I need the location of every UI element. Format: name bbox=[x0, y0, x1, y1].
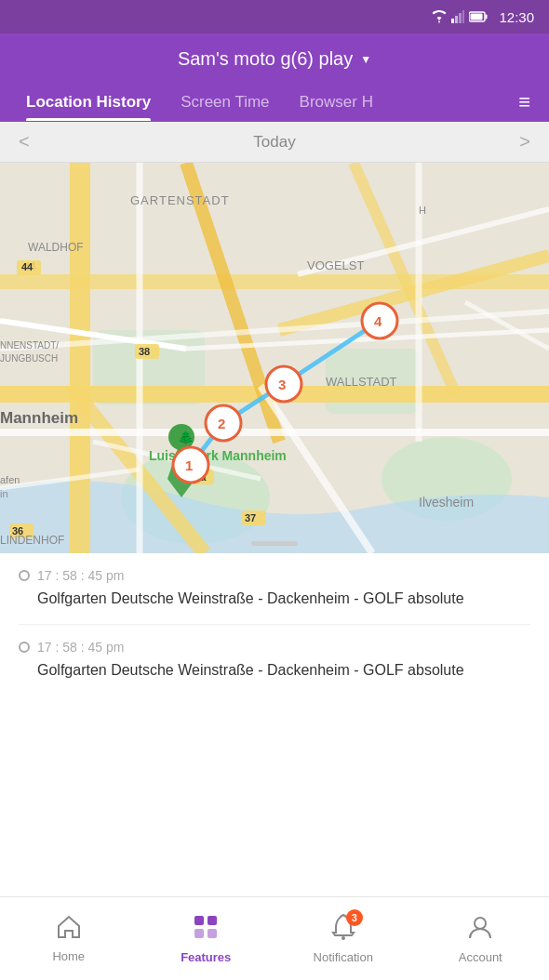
next-date-button[interactable]: > bbox=[519, 131, 530, 152]
svg-text:WALDHOF: WALDHOF bbox=[28, 241, 84, 254]
tab-bar: Location History Screen Time Browser H ≡ bbox=[0, 83, 549, 122]
current-date: Today bbox=[253, 133, 295, 152]
menu-icon[interactable]: ≡ bbox=[511, 83, 538, 122]
svg-text:NNENSTADT/: NNENSTADT/ bbox=[0, 340, 59, 351]
tab-browser-history[interactable]: Browser H bbox=[285, 84, 388, 121]
entry-name-1: Golfgarten Deutsche Weinstraße - Dackenh… bbox=[19, 589, 530, 609]
account-label: Account bbox=[459, 950, 502, 964]
home-label: Home bbox=[52, 949, 85, 963]
svg-text:GARTENSTADT: GARTENSTADT bbox=[130, 193, 230, 207]
notification-label: Notification bbox=[314, 950, 373, 964]
svg-text:44: 44 bbox=[21, 261, 33, 272]
time-dot-1 bbox=[19, 570, 30, 581]
account-icon bbox=[467, 914, 493, 947]
signal-icon bbox=[451, 10, 464, 23]
svg-text:in: in bbox=[0, 488, 8, 499]
nav-item-notification[interactable]: 3 Notification bbox=[274, 907, 412, 972]
svg-text:Luisenpark Mannheim: Luisenpark Mannheim bbox=[149, 448, 287, 463]
svg-text:Ilvesheim: Ilvesheim bbox=[419, 495, 474, 510]
notification-badge: 3 bbox=[346, 909, 363, 926]
prev-date-button[interactable]: < bbox=[19, 131, 30, 152]
svg-text:4: 4 bbox=[374, 313, 382, 329]
features-icon bbox=[193, 914, 219, 947]
svg-text:Mannheim: Mannheim bbox=[0, 409, 78, 427]
svg-point-69 bbox=[341, 936, 345, 940]
list-item: 17 : 58 : 45 pm Golfgarten Deutsche Wein… bbox=[19, 553, 530, 625]
status-icons bbox=[432, 10, 488, 23]
features-label: Features bbox=[181, 950, 231, 964]
battery-icon bbox=[469, 11, 488, 22]
entry-time-2: 17 : 58 : 45 pm bbox=[19, 640, 530, 655]
entry-name-2: Golfgarten Deutsche Weinstraße - Dackenh… bbox=[19, 660, 530, 681]
tab-screen-time[interactable]: Screen Time bbox=[166, 84, 284, 121]
svg-text:38: 38 bbox=[139, 346, 150, 357]
svg-rect-5 bbox=[486, 15, 488, 20]
nav-item-home[interactable]: Home bbox=[0, 907, 138, 971]
tab-location-history[interactable]: Location History bbox=[11, 84, 166, 121]
time-dot-2 bbox=[19, 642, 30, 653]
svg-rect-2 bbox=[459, 13, 462, 23]
svg-rect-1 bbox=[455, 16, 458, 23]
svg-rect-65 bbox=[194, 916, 204, 925]
svg-text:afen: afen bbox=[0, 474, 20, 485]
svg-rect-66 bbox=[208, 916, 217, 925]
svg-rect-0 bbox=[451, 19, 454, 23]
bottom-navigation: Home Features 3 Notification bbox=[0, 896, 549, 980]
home-icon bbox=[56, 915, 82, 946]
svg-point-70 bbox=[475, 918, 486, 929]
nav-item-features[interactable]: Features bbox=[138, 907, 275, 972]
map-drag-handle[interactable] bbox=[251, 541, 298, 546]
svg-text:JUNGBUSCH: JUNGBUSCH bbox=[0, 353, 58, 364]
svg-rect-6 bbox=[471, 14, 483, 20]
list-item: 17 : 58 : 45 pm Golfgarten Deutsche Wein… bbox=[19, 625, 530, 695]
svg-rect-67 bbox=[194, 929, 204, 938]
device-name-bar[interactable]: Sam's moto g(6) play ▼ bbox=[0, 43, 549, 83]
svg-text:VOGELST: VOGELST bbox=[307, 258, 364, 272]
svg-rect-3 bbox=[462, 10, 464, 23]
device-dropdown-icon[interactable]: ▼ bbox=[360, 53, 371, 66]
svg-text:WALLSTADT: WALLSTADT bbox=[326, 375, 397, 389]
svg-text:3: 3 bbox=[278, 377, 286, 392]
status-time: 12:30 bbox=[499, 9, 534, 25]
svg-rect-68 bbox=[208, 929, 217, 938]
location-entries: 17 : 58 : 45 pm Golfgarten Deutsche Wein… bbox=[0, 553, 549, 696]
svg-rect-12 bbox=[70, 163, 90, 553]
svg-text:LINDENHOF: LINDENHOF bbox=[0, 534, 64, 547]
status-bar: 12:30 bbox=[0, 0, 549, 33]
svg-text:2: 2 bbox=[218, 416, 225, 431]
entry-time-1: 17 : 58 : 45 pm bbox=[19, 568, 530, 583]
wifi-icon bbox=[432, 10, 447, 23]
svg-text:🌲: 🌲 bbox=[178, 430, 194, 445]
map-container[interactable]: 44 44 38 37 36 38a GARTENSTADT WALDHOF N… bbox=[0, 163, 549, 553]
svg-text:37: 37 bbox=[245, 512, 256, 523]
svg-text:1: 1 bbox=[185, 457, 193, 473]
map-svg: 44 44 38 37 36 38a GARTENSTADT WALDHOF N… bbox=[0, 163, 549, 553]
app-header: Sam's moto g(6) play ▼ Location History … bbox=[0, 33, 549, 122]
date-navigation: < Today > bbox=[0, 122, 549, 163]
nav-item-account[interactable]: Account bbox=[412, 907, 550, 972]
notification-wrapper: 3 bbox=[331, 914, 355, 947]
svg-text:H: H bbox=[419, 205, 426, 216]
device-name-text: Sam's moto g(6) play bbox=[178, 48, 353, 70]
